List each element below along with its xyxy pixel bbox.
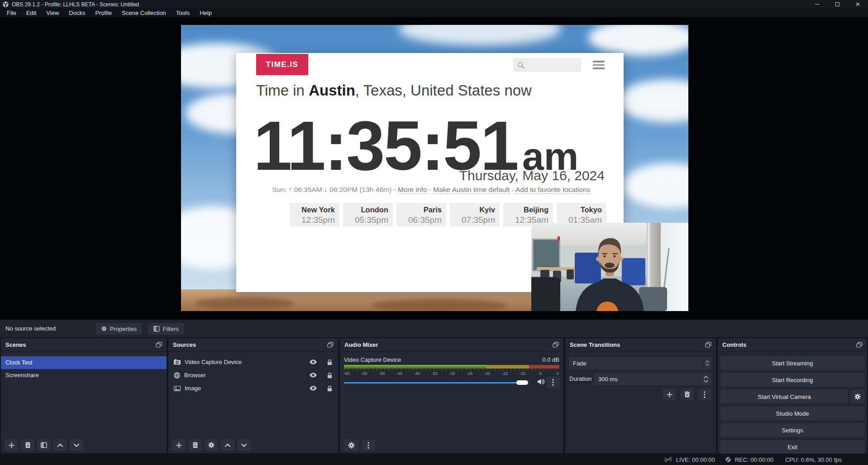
gear-icon xyxy=(854,393,861,400)
source-label: Browser xyxy=(184,372,206,379)
transitions-title: Scene Transitions xyxy=(570,341,620,348)
scene-filters-button[interactable] xyxy=(37,439,51,451)
menu-profile[interactable]: Profile xyxy=(90,9,117,17)
lock-icon[interactable] xyxy=(327,359,332,365)
eye-visible-icon[interactable] xyxy=(310,373,317,378)
menu-file[interactable]: File xyxy=(2,9,21,17)
cloud xyxy=(622,163,688,208)
source-row-image[interactable]: Image xyxy=(168,382,338,395)
mixer-channel-menu-button[interactable] xyxy=(546,376,560,388)
sun-info-line: Sun: ↑ 06:35AM ↓ 08:20PM (13h 46m) - Mor… xyxy=(250,186,613,194)
audio-mixer-title: Audio Mixer xyxy=(344,341,378,348)
volume-slider[interactable] xyxy=(344,380,528,385)
menu-docks[interactable]: Docks xyxy=(64,9,90,17)
source-label: Image xyxy=(185,385,201,392)
settings-button[interactable]: Settings xyxy=(720,423,864,437)
obs-logo-icon xyxy=(3,1,9,7)
chevron-up-icon xyxy=(225,444,230,447)
gear-icon xyxy=(101,326,107,332)
kebab-menu-icon xyxy=(552,379,554,386)
make-default-link: Make Austin time default xyxy=(433,186,510,194)
mixer-db-value: 0.0 dB xyxy=(542,356,559,363)
move-source-down-button[interactable] xyxy=(237,439,251,451)
cpu-fps-stats: CPU: 0.6%, 30.00 fps xyxy=(785,456,842,463)
scene-item-screenshare[interactable]: Screenshare xyxy=(1,369,167,382)
source-row-video-capture[interactable]: Video Capture Device xyxy=(168,355,338,369)
hamburger-menu-icon xyxy=(593,61,605,69)
remove-scene-button[interactable] xyxy=(21,439,34,451)
scene-item-clock-test[interactable]: Clock Test xyxy=(1,356,167,369)
eye-visible-icon[interactable] xyxy=(310,386,317,391)
volume-slider-track[interactable] xyxy=(344,382,519,384)
advanced-audio-button[interactable] xyxy=(343,439,359,451)
preview-canvas[interactable]: TIME.IS Time in Austin, Texas, United St… xyxy=(0,17,868,320)
maximize-button[interactable] xyxy=(827,0,848,9)
window-controls: ✕ xyxy=(807,0,868,9)
virtual-camera-config-button[interactable] xyxy=(851,390,864,403)
popout-icon xyxy=(156,342,162,348)
live-status: LIVE: 00:00:00 xyxy=(664,456,715,463)
popout-icon xyxy=(856,342,863,348)
move-source-up-button[interactable] xyxy=(221,439,234,451)
camera-icon xyxy=(174,359,181,365)
properties-button[interactable]: Properties xyxy=(96,323,142,335)
menu-tools[interactable]: Tools xyxy=(171,9,195,17)
transition-select[interactable]: Fade xyxy=(569,357,711,369)
chevron-down-icon xyxy=(241,444,247,447)
add-transition-button[interactable] xyxy=(663,388,676,400)
move-scene-up-button[interactable] xyxy=(53,439,67,451)
add-scene-button[interactable] xyxy=(5,439,18,451)
city-tile: Paris06:35pm xyxy=(396,203,446,226)
status-bar: LIVE: 00:00:00 REC: 00:00:00 CPU: 0.6%, … xyxy=(0,454,868,465)
volume-meter xyxy=(344,365,559,369)
volume-slider-handle[interactable] xyxy=(516,380,528,385)
plus-icon xyxy=(176,442,182,448)
trash-icon xyxy=(192,442,198,448)
source-row-browser[interactable]: Browser xyxy=(168,369,338,382)
menu-scene-collection[interactable]: Scene Collection xyxy=(117,9,171,17)
start-recording-button[interactable]: Start Recording xyxy=(720,373,864,387)
source-properties-button[interactable] xyxy=(205,439,218,451)
menu-view[interactable]: View xyxy=(41,9,64,17)
source-list: Video Capture Device Browser Image xyxy=(168,355,338,395)
start-virtual-camera-button[interactable]: Start Virtual Camera xyxy=(720,390,848,403)
controls-title: Controls xyxy=(722,341,746,348)
transition-menu-button[interactable] xyxy=(698,388,711,400)
duration-value: 300 ms xyxy=(594,376,702,383)
filters-button[interactable]: Filters xyxy=(148,323,184,335)
duration-spinbox[interactable]: 300 ms xyxy=(594,373,711,385)
search-icon xyxy=(517,62,525,69)
eye-visible-icon[interactable] xyxy=(310,360,317,364)
kebab-menu-icon xyxy=(704,391,706,398)
move-scene-down-button[interactable] xyxy=(70,439,83,451)
lock-icon[interactable] xyxy=(327,372,332,379)
menu-help[interactable]: Help xyxy=(195,9,217,17)
remove-source-button[interactable] xyxy=(188,439,202,451)
rec-time: REC: 00:00:00 xyxy=(735,456,773,463)
stream-inactive-icon xyxy=(664,456,672,463)
minimize-icon xyxy=(815,4,820,5)
studio-mode-button[interactable]: Studio Mode xyxy=(720,407,864,420)
close-button[interactable]: ✕ xyxy=(848,0,868,9)
start-streaming-button[interactable]: Start Streaming xyxy=(720,356,864,370)
lock-icon[interactable] xyxy=(327,385,332,392)
combo-arrows-icon xyxy=(702,357,711,369)
speaker-icon[interactable] xyxy=(538,379,545,385)
controls-panel: Controls Start Streaming Start Recording… xyxy=(718,338,867,453)
obs-main-window: OBS 29.1.2 - Profile: LLHLS BETA - Scene… xyxy=(0,0,868,465)
mixer-menu-button[interactable] xyxy=(362,439,375,451)
menu-edit[interactable]: Edit xyxy=(21,9,41,17)
source-label: Video Capture Device xyxy=(185,359,242,365)
source-toolbar: No source selected Properties Filters xyxy=(0,320,868,337)
remove-transition-button[interactable] xyxy=(680,388,694,400)
exit-button[interactable]: Exit xyxy=(720,440,864,454)
add-source-button[interactable] xyxy=(172,439,186,451)
spinbox-arrows-icon[interactable] xyxy=(702,376,711,383)
plus-icon xyxy=(9,442,14,448)
city-tile: Kyiv07:35pm xyxy=(450,203,500,226)
webcam-overlay xyxy=(531,223,688,311)
minimize-button[interactable] xyxy=(807,0,827,9)
meter-scale-labels: -60-55-50-45-40-35-30-25-20-15-10-50 xyxy=(342,371,563,376)
chevron-up-icon xyxy=(57,444,63,447)
sources-panel: Sources Video Capture Device Browser xyxy=(168,338,338,453)
